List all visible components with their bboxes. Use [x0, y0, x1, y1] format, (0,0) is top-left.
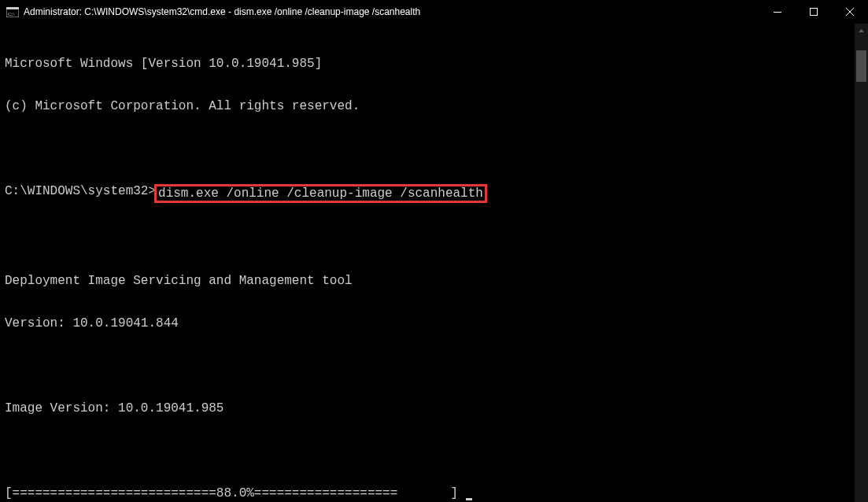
cmd-icon: C:\ — [6, 6, 19, 17]
terminal-output[interactable]: Microsoft Windows [Version 10.0.19041.98… — [0, 24, 855, 502]
prompt-text: C:\WINDOWS\system32> — [5, 184, 156, 198]
output-line — [5, 359, 855, 373]
minimize-button[interactable] — [759, 0, 796, 24]
output-line: Image Version: 10.0.19041.985 — [5, 401, 855, 415]
window-title: Administrator: C:\WINDOWS\system32\cmd.e… — [24, 6, 759, 17]
progress-line: [===========================88.0%=======… — [5, 486, 855, 500]
svg-text:C:\: C:\ — [8, 11, 15, 17]
output-line: Deployment Image Servicing and Managemen… — [5, 274, 855, 288]
cmd-window: C:\ Administrator: C:\WINDOWS\system32\c… — [0, 0, 868, 502]
window-controls — [759, 0, 868, 24]
output-line — [5, 231, 855, 245]
svg-rect-4 — [811, 9, 818, 16]
svg-rect-3 — [774, 12, 781, 13]
output-line: (c) Microsoft Corporation. All rights re… — [5, 99, 855, 113]
highlighted-command: dism.exe /online /cleanup-image /scanhea… — [154, 184, 487, 203]
svg-rect-1 — [6, 7, 19, 9]
scroll-up-arrow-icon[interactable] — [855, 24, 868, 37]
maximize-button[interactable] — [796, 0, 832, 24]
progress-bar-text: [===========================88.0%=======… — [5, 486, 466, 500]
titlebar[interactable]: C:\ Administrator: C:\WINDOWS\system32\c… — [0, 0, 868, 24]
vertical-scrollbar[interactable] — [855, 24, 868, 502]
output-line: Microsoft Windows [Version 10.0.19041.98… — [5, 57, 855, 71]
output-line — [5, 142, 855, 156]
close-button[interactable] — [832, 0, 868, 24]
command-line: C:\WINDOWS\system32>dism.exe /online /cl… — [5, 184, 855, 203]
scroll-thumb[interactable] — [856, 50, 866, 82]
cursor — [466, 498, 472, 500]
output-line: Version: 10.0.19041.844 — [5, 316, 855, 330]
output-line — [5, 444, 855, 458]
